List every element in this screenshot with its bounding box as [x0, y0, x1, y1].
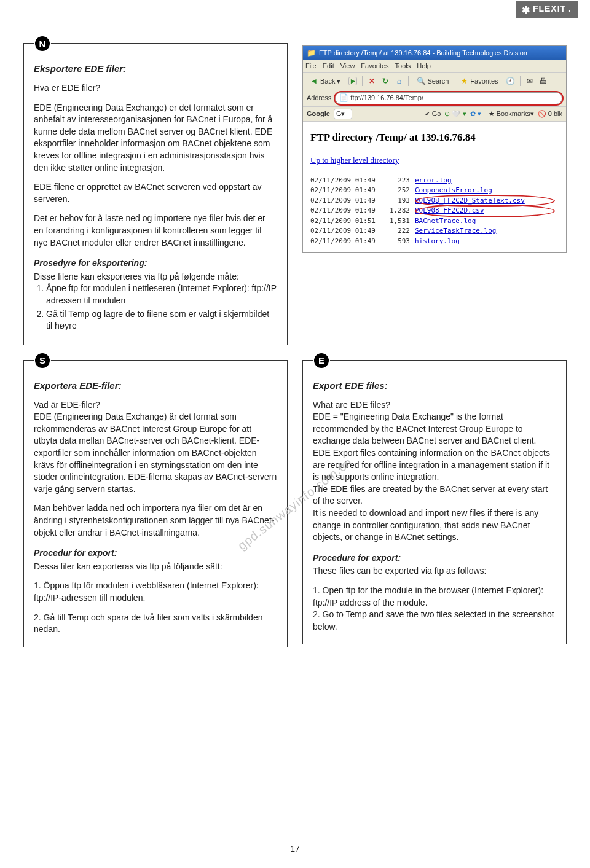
- history-icon[interactable]: 🕘: [506, 77, 515, 85]
- ftp-screenshot: 📁 FTP directory /Temp/ at 139.16.76.84 -…: [302, 45, 567, 253]
- ftp-file-row: 02/11/2009 01:511,531BACnetTrace.log: [310, 216, 559, 227]
- menu-item[interactable]: View: [340, 61, 355, 71]
- procedure-list: Åpne ftp for modulen i nettleseren (Inte…: [46, 283, 277, 332]
- google-go-button[interactable]: ✔ Go: [425, 109, 441, 119]
- section-title: Exportera EDE-filer:: [34, 379, 277, 392]
- menu-item[interactable]: Help: [417, 61, 431, 71]
- body-text: The EDE files are created by the BACnet …: [313, 483, 556, 507]
- home-icon[interactable]: ⌂: [395, 77, 403, 85]
- address-label: Address: [307, 93, 331, 103]
- page-icon: 📄: [339, 94, 348, 103]
- up-level-link[interactable]: Up to higher level directory: [310, 155, 399, 166]
- menu-item[interactable]: File: [305, 61, 317, 71]
- file-date: 02/11/2009 01:49: [310, 206, 384, 216]
- procedure-step: Åpne ftp for modulen i nettleseren (Inte…: [46, 283, 277, 307]
- section-s: S Exportera EDE-filer: Vad är EDE-filer?…: [23, 360, 288, 647]
- page-content: N Eksportere EDE filer: Hva er EDE filer…: [0, 18, 590, 674]
- menu-item[interactable]: Tools: [395, 61, 411, 71]
- question-text: Hva er EDE filer?: [34, 82, 277, 95]
- body-text: Man behöver ladda ned och importera nya …: [34, 502, 277, 539]
- search-button[interactable]: 🔍 Search: [414, 76, 452, 87]
- file-date: 02/11/2009 01:49: [310, 176, 384, 186]
- procedure-intro: Disse filene kan eksporteres via ftp på …: [34, 271, 277, 283]
- ftp-file-row: 02/11/2009 01:49593history.log: [310, 237, 559, 247]
- file-link[interactable]: history.log: [415, 237, 559, 247]
- file-link[interactable]: error.log: [415, 176, 559, 186]
- back-label: Back: [320, 77, 335, 86]
- menu-item[interactable]: Edit: [323, 61, 334, 71]
- file-size: 1,282: [384, 206, 415, 216]
- file-link[interactable]: BACnetTrace.log: [415, 216, 559, 227]
- file-date: 02/11/2009 01:49: [310, 186, 384, 196]
- body-text: EDE filene er opprettet av BACnet server…: [34, 181, 277, 205]
- dropdown-icon: ▾: [337, 77, 340, 86]
- address-bar: Address 📄 ftp://139.16.76.84/Temp/: [303, 90, 566, 106]
- section-e: E Export EDE files: What are EDE files? …: [302, 360, 567, 645]
- print-icon[interactable]: 🖶: [539, 77, 548, 85]
- procedure-intro: Dessa filer kan exporteras via ftp på fö…: [34, 561, 277, 573]
- google-more-icon[interactable]: ⊕ 🤍 ▾: [444, 109, 466, 119]
- brand-logo: FLEXIT.: [516, 1, 578, 18]
- star-icon: ★: [460, 77, 468, 85]
- section-badge-n: N: [34, 35, 51, 52]
- procedure-step: 2. Go to Temp and save the two files sel…: [313, 609, 556, 633]
- search-label: Search: [427, 77, 449, 86]
- refresh-icon[interactable]: ↻: [381, 77, 390, 85]
- google-search-field[interactable]: G▾: [334, 109, 352, 119]
- ftp-file-row: 02/11/2009 01:49252ComponentsError.log: [310, 186, 559, 196]
- file-size: 1,531: [384, 216, 415, 227]
- bookmarks-button[interactable]: ★ Bookmarks▾: [489, 109, 534, 119]
- body-text: EDE = "Engineering Data Exchange" is the…: [313, 411, 556, 447]
- address-field[interactable]: 📄 ftp://139.16.76.84/Temp/: [335, 92, 562, 104]
- ftp-file-row: 02/11/2009 01:49223error.log: [310, 176, 559, 186]
- brand-text: FLEXIT: [533, 3, 566, 15]
- section-badge-s: S: [34, 352, 51, 369]
- file-size: 593: [384, 237, 415, 247]
- menu-item[interactable]: Favorites: [361, 61, 388, 71]
- page-number: 17: [0, 843, 590, 856]
- section-title: Export EDE files:: [313, 379, 556, 392]
- file-link[interactable]: POL908_FF2C2D.csv: [415, 206, 559, 216]
- separator: [362, 76, 363, 86]
- file-size: 223: [384, 176, 415, 186]
- procedure-step: Gå til Temp og lagre de to filene som er…: [46, 308, 277, 332]
- stop-icon[interactable]: ✕: [368, 77, 376, 85]
- fan-icon: [522, 5, 530, 14]
- file-date: 02/11/2009 01:49: [310, 237, 384, 247]
- body-text: Det er behov for å laste ned og importer…: [34, 213, 277, 249]
- mail-icon[interactable]: ✉: [525, 77, 534, 85]
- procedure-step: 1. Open ftp for the module in the browse…: [313, 585, 556, 609]
- ftp-file-list: 02/11/2009 01:49223error.log02/11/2009 0…: [310, 176, 559, 247]
- toolbar: ◄ Back ▾ ► ✕ ↻ ⌂ 🔍 Search ★: [303, 73, 566, 90]
- file-size: 252: [384, 186, 415, 196]
- ftp-heading: FTP directory /Temp/ at 139.16.76.84: [310, 130, 559, 145]
- file-date: 02/11/2009 01:49: [310, 226, 384, 237]
- procedure-heading: Procedur för export:: [34, 547, 277, 560]
- file-size: 193: [384, 196, 415, 206]
- window-title: FTP directory /Temp/ at 139.16.76.84 - B…: [319, 49, 527, 58]
- section-badge-e: E: [313, 352, 330, 369]
- address-value: ftp://139.16.76.84/Temp/: [350, 93, 423, 103]
- ftp-file-row: 02/11/2009 01:49222ServiceTaskTrace.log: [310, 226, 559, 237]
- file-link[interactable]: ComponentsError.log: [415, 186, 559, 196]
- file-size: 222: [384, 226, 415, 237]
- file-link[interactable]: POL908_FF2C2D_StateText.csv: [415, 196, 559, 206]
- forward-icon[interactable]: ►: [348, 77, 357, 85]
- google-label: Google: [307, 109, 330, 119]
- separator: [520, 76, 521, 86]
- file-link[interactable]: ServiceTaskTrace.log: [415, 226, 559, 237]
- body-text: EDE Export files containing information …: [313, 447, 556, 483]
- ftp-icon: 📁: [307, 49, 315, 58]
- menubar: File Edit View Favorites Tools Help: [303, 60, 566, 72]
- google-settings-icon[interactable]: ✿ ▾: [470, 109, 481, 119]
- popup-blocked-button[interactable]: 🚫 0 blk: [538, 109, 562, 119]
- question-text: What are EDE files?: [313, 399, 556, 412]
- back-button[interactable]: ◄ Back ▾: [307, 76, 344, 87]
- file-date: 02/11/2009 01:51: [310, 216, 384, 227]
- favorites-button[interactable]: ★ Favorites: [457, 76, 501, 87]
- question-text: Vad är EDE-filer?: [34, 399, 277, 412]
- section-n: N Eksportere EDE filer: Hva er EDE filer…: [23, 43, 288, 345]
- separator: [408, 76, 409, 86]
- section-title: Eksportere EDE filer:: [34, 62, 277, 75]
- procedure-step: 1. Öppna ftp för modulen i webbläsaren (…: [34, 580, 277, 604]
